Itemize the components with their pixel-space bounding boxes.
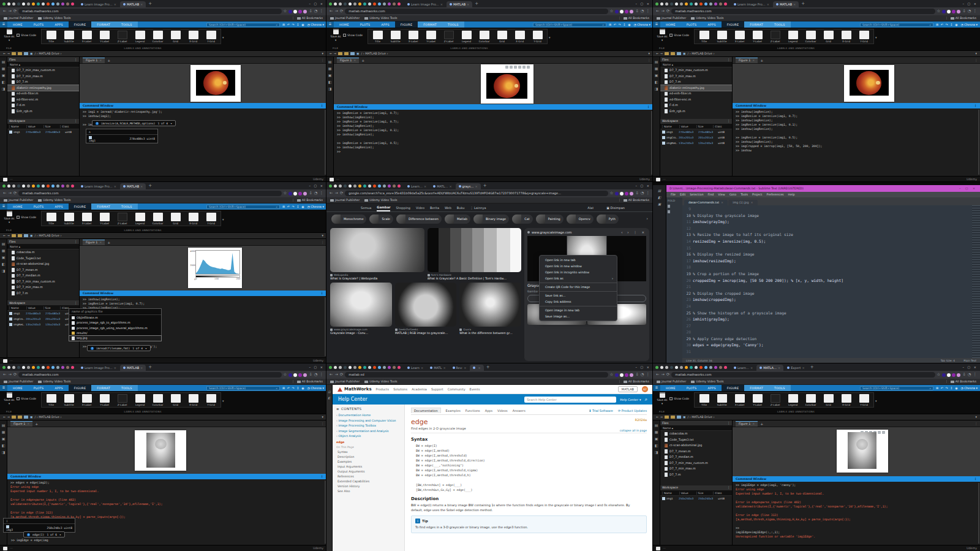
tab-close-icon[interactable]: × <box>464 366 466 370</box>
google-nav-item[interactable]: ⋮ Lainnya <box>470 205 486 211</box>
result-image[interactable] <box>330 228 424 272</box>
figure-tab[interactable]: Figure 1× <box>83 240 105 245</box>
pinned-tab-icon[interactable] <box>373 2 376 6</box>
figure-canvas[interactable] <box>844 65 894 102</box>
pinned-tab-icon[interactable] <box>61 366 64 369</box>
pinned-tab-icon[interactable] <box>393 2 396 6</box>
window-controls[interactable]: – ▢ × <box>635 2 650 6</box>
google-tools-link[interactable]: Alat <box>587 206 594 210</box>
all-bookmarks-button[interactable]: All Bookmarks <box>619 380 649 383</box>
workspace-row[interactable]: img1270x480x3270x480x3uint8 <box>7 129 79 135</box>
toolstrip-tab[interactable]: APPS <box>49 21 68 28</box>
address-bar[interactable]: matlab.mathworks.com <box>18 191 281 196</box>
file-row[interactable]: D7_7_min_max.m <box>7 74 79 80</box>
toolstrip-tab[interactable]: TOOLS <box>116 21 138 28</box>
sidebar-link[interactable]: Image Processing and Computer Vision <box>336 419 401 422</box>
context-menu-item[interactable]: Open link in new window <box>540 263 617 269</box>
back-icon[interactable]: ← <box>656 416 658 419</box>
pinned-tab-icon[interactable] <box>61 184 64 188</box>
panel-menu-icon[interactable]: ⋮ <box>74 120 77 123</box>
new-figure-button[interactable]: + <box>361 58 364 63</box>
gallery-item[interactable]: Z-Label <box>767 30 783 43</box>
file-row[interactable]: Enh_rgb.m <box>7 108 79 115</box>
folder-up-icon[interactable] <box>665 416 669 419</box>
on-page-link[interactable]: References <box>337 475 401 478</box>
panel-menu-icon[interactable]: ⋮ <box>74 302 77 305</box>
gallery-item[interactable]: Z-Label <box>114 30 130 43</box>
file-row[interactable]: ed-filter-enc.m <box>660 97 732 103</box>
gallery-item[interactable]: Y-Grid <box>856 393 872 406</box>
context-menu-item[interactable]: Copy link address <box>540 298 617 305</box>
tab-close-icon[interactable]: × <box>778 366 780 370</box>
menu-item[interactable]: Tools <box>741 193 748 196</box>
folder-up-icon[interactable] <box>338 52 342 55</box>
command-window-header[interactable]: Command Window⋮ <box>80 291 326 296</box>
extension-icon[interactable] <box>952 373 956 377</box>
toolstrip-tab[interactable]: FIGURE <box>69 385 92 391</box>
file-row[interactable]: D7_7_median.m <box>660 454 732 460</box>
all-bookmarks-button[interactable]: All Bookmarks <box>946 380 976 383</box>
files-name-column-header[interactable]: Name ▴ <box>660 63 732 67</box>
toolstrip-tab[interactable]: TOOLS <box>116 203 138 210</box>
extension-icon[interactable] <box>620 192 624 196</box>
gallery-item[interactable]: Colorbar <box>476 30 492 43</box>
pinned-tab-icon[interactable] <box>383 2 386 6</box>
breadcrumb-expand-icon[interactable]: ▾ <box>322 234 323 237</box>
pinned-tab-icon[interactable] <box>37 2 40 6</box>
reload-icon[interactable]: ⟳ <box>13 191 17 196</box>
gallery-item[interactable]: X-Grid <box>838 393 854 406</box>
files-name-column-header[interactable]: Name ▴ <box>7 245 79 249</box>
figure-menu-icon[interactable]: ⋮ <box>321 422 324 425</box>
pinned-tab-icon[interactable] <box>37 184 40 188</box>
toolstrip-tab[interactable]: TOOLS <box>442 21 464 28</box>
back-icon[interactable]: ← <box>3 234 6 237</box>
new-tab-button[interactable]: + <box>148 183 152 188</box>
toolstrip-action-icons[interactable]: ⊞ ↶ ↷ ↥ ◉ <box>282 23 304 26</box>
doc-tab[interactable]: Videos <box>497 409 508 412</box>
pinned-tab-icon[interactable] <box>349 366 352 369</box>
figure-tool-pan-icon[interactable] <box>878 431 881 434</box>
google-nav-item[interactable]: Buku <box>457 205 465 211</box>
file-row[interactable]: D7_7_min_max_custom.m <box>660 67 732 74</box>
figure-tool-pan-icon[interactable] <box>522 66 526 69</box>
folder-icon[interactable] <box>24 416 28 419</box>
bookmark-item[interactable]: Journal Publisher <box>4 17 33 20</box>
tab-close-icon[interactable]: × <box>440 2 443 6</box>
forward-icon[interactable]: → <box>7 234 10 237</box>
figure-canvas[interactable] <box>135 430 186 471</box>
extension-icon[interactable] <box>615 10 619 13</box>
profile-icon[interactable]: ◔ <box>968 9 971 13</box>
pinned-tab-icon[interactable] <box>368 184 371 188</box>
extension-icon[interactable] <box>303 373 307 377</box>
extension-icon[interactable] <box>957 10 960 13</box>
breadcrumb-expand-icon[interactable]: ▾ <box>976 416 977 419</box>
matlab-button[interactable]: MATLAB <box>618 386 638 392</box>
download-icon[interactable]: ⇩ <box>309 9 312 13</box>
window-controls[interactable]: – ▢ × <box>635 184 650 188</box>
folder-icon[interactable] <box>350 52 355 55</box>
toolstrip-action-icons[interactable]: ⊞ ↶ ↷ ↥ ◉ <box>936 23 958 26</box>
forward-icon[interactable]: → <box>7 52 10 55</box>
left-icon-rail[interactable]: ▤▦▣◧◨ <box>0 239 7 357</box>
extension-icon[interactable] <box>625 373 628 377</box>
pinned-tab-icon[interactable] <box>22 184 25 188</box>
pinned-tab-icon[interactable] <box>680 2 683 6</box>
pinned-tab-icon[interactable] <box>42 184 45 188</box>
avatar[interactable]: GT <box>642 386 648 392</box>
pinned-tab-icon[interactable] <box>665 2 668 6</box>
google-saved-button[interactable]: ▣ Disimpan <box>606 206 625 210</box>
figure-tool-brush-icon[interactable] <box>505 66 508 69</box>
left-icon-rail[interactable]: ▤▦▣◧◨ <box>653 420 660 545</box>
back-icon[interactable]: ← <box>656 373 659 377</box>
folder-up-icon[interactable] <box>12 52 16 55</box>
toolstrip-tab[interactable]: FORMAT <box>91 21 116 28</box>
menu-item[interactable]: Preferences <box>766 193 783 196</box>
reload-icon[interactable]: ⟳ <box>340 373 343 377</box>
toolstrip-tab[interactable]: TOOLS <box>116 385 138 391</box>
status-icon[interactable] <box>3 178 7 181</box>
context-menu-item[interactable]: Open image in new tab <box>540 306 617 313</box>
breadcrumb-expand-icon[interactable]: ▾ <box>649 52 650 55</box>
tab-close-icon[interactable]: × <box>140 366 143 370</box>
gallery-item[interactable]: Title <box>696 393 712 406</box>
figure-tab[interactable]: Figure 1× <box>83 58 105 63</box>
